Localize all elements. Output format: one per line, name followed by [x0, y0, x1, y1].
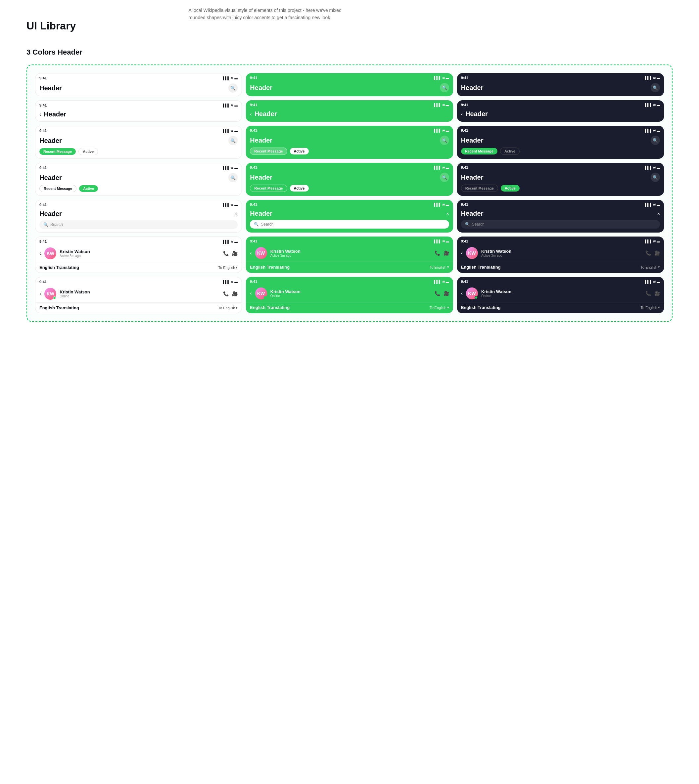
tab-active[interactable]: Active	[79, 185, 98, 192]
tab-recent-message[interactable]: Recent Message	[40, 148, 76, 155]
back-button[interactable]: ‹	[40, 111, 41, 117]
avatar-wrapper: KW	[255, 288, 267, 299]
status-bar: 9:41 ▌▌▌≋▬	[457, 277, 664, 285]
search-bar[interactable]: 🔍 Search	[40, 220, 238, 229]
header-title: Header	[461, 84, 484, 92]
header-title: Header	[461, 137, 484, 144]
time: 9:41	[40, 166, 47, 170]
translate-option[interactable]: To English ▾	[430, 265, 449, 269]
header-title-row: Header ×	[250, 210, 449, 217]
status-bar: 9:41 ▌▌▌≋▬	[457, 163, 664, 171]
search-icon[interactable]: 🔍	[229, 136, 238, 145]
phone-icon[interactable]: 📞	[434, 250, 440, 256]
search-icon[interactable]: 🔍	[440, 83, 449, 92]
search-bar[interactable]: 🔍 Search	[250, 220, 449, 228]
back-button[interactable]: ‹	[250, 250, 252, 256]
phone-icon[interactable]: 📞	[223, 291, 229, 296]
header-area: Header 🔍 Recent Message Active	[35, 171, 242, 195]
translate-option[interactable]: To English ▾	[640, 265, 660, 269]
phone-icon[interactable]: 📞	[434, 291, 440, 296]
header-title-row: Header 🔍	[461, 173, 660, 182]
tab-active[interactable]: Active	[290, 185, 309, 192]
header-title-row: Header 🔍	[40, 173, 238, 182]
status-icons: ▌▌▌≋▬	[434, 280, 449, 283]
tab-recent-message[interactable]: Recent Message	[461, 148, 497, 154]
back-button[interactable]: ‹	[250, 290, 252, 296]
search-icon[interactable]: 🔍	[651, 83, 660, 92]
time: 9:41	[250, 239, 257, 243]
translate-option[interactable]: To English ▾	[430, 305, 449, 309]
header-with-back: ‹ Header	[250, 110, 449, 118]
video-icon[interactable]: 🎥	[654, 250, 660, 256]
header-title-row: Header 🔍	[40, 136, 238, 145]
tab-active[interactable]: Active	[78, 148, 98, 155]
chat-header: ‹ KW Kristin Watson Online 📞 🎥	[35, 285, 242, 303]
search-icon[interactable]: 🔍	[229, 83, 238, 93]
chat-info: Kristin Watson Online	[481, 289, 642, 298]
search-bar[interactable]: 🔍 Search	[461, 220, 660, 228]
tab-recent-message[interactable]: Recent Message	[461, 185, 498, 192]
phone-icon[interactable]: 📞	[223, 251, 229, 256]
tab-recent-message[interactable]: Recent Message	[250, 185, 287, 192]
header-title: Header	[40, 210, 62, 218]
tab-active[interactable]: Active	[290, 148, 309, 154]
video-icon[interactable]: 🎥	[654, 291, 660, 296]
phone-icon[interactable]: 📞	[645, 291, 651, 296]
tabs-row: Recent Message Active	[461, 185, 660, 192]
status-bar: 9:41 ▌▌▌≋▬	[246, 163, 453, 171]
chat-info: Kristin Watson Online	[60, 289, 220, 298]
search-icon[interactable]: 🔍	[651, 136, 660, 145]
search-icon[interactable]: 🔍	[651, 173, 660, 182]
back-button[interactable]: ‹	[250, 111, 252, 117]
phone-icon[interactable]: 📞	[645, 250, 651, 256]
video-icon[interactable]: 🎥	[444, 250, 449, 256]
phone-green-chat-online: 9:41 ▌▌▌≋▬ ‹ KW Kristin Watson Online	[246, 277, 453, 313]
translate-option[interactable]: To English ▾	[219, 265, 238, 270]
header-area: ‹ Header	[457, 108, 664, 121]
tab-recent-message[interactable]: Recent Message	[40, 185, 76, 192]
header-area: Header 🔍 Recent Message Active	[457, 134, 664, 158]
header-title: Header	[250, 210, 272, 217]
back-button[interactable]: ‹	[461, 250, 463, 256]
translate-label: English Translating	[461, 305, 501, 310]
back-button[interactable]: ‹	[40, 250, 41, 256]
tab-active[interactable]: Active	[500, 147, 520, 155]
search-icon[interactable]: 🔍	[440, 136, 449, 145]
time: 9:41	[250, 165, 257, 169]
chat-info: Kristin Watson Active 3m ago	[60, 249, 220, 258]
tab-active[interactable]: Active	[501, 185, 520, 192]
translate-option[interactable]: To English ▾	[219, 306, 238, 310]
video-icon[interactable]: 🎥	[444, 291, 449, 296]
video-icon[interactable]: 🎥	[232, 291, 238, 296]
header-area: ‹ Header	[35, 109, 242, 121]
status-bar: 9:41 ▌▌▌≋▬	[246, 277, 453, 285]
translate-row: English Translating To English ▾	[35, 303, 242, 313]
status-bar: 9:41 ▌▌▌≋▬	[35, 101, 242, 109]
chat-actions: 📞 🎥	[645, 291, 660, 296]
back-button[interactable]: ‹	[461, 290, 463, 296]
back-button[interactable]: ‹	[40, 291, 41, 297]
status-bar: 9:41 ▌▌▌≋▬	[457, 237, 664, 245]
translate-option[interactable]: To English ▾	[640, 305, 660, 309]
phone-light-tabs-v2: 9:41 ▌▌▌≋▬ Header 🔍 Recent Message Activ…	[35, 163, 242, 196]
tab-recent-message[interactable]: Recent Message	[250, 147, 287, 155]
header-area: Header × 🔍 Search	[35, 208, 242, 232]
status-bar: 9:41 ▌▌▌≋▬	[246, 126, 453, 134]
video-icon[interactable]: 🎥	[232, 251, 238, 256]
phone-green-chat-active: 9:41 ▌▌▌≋▬ ‹ KW Kristin Watson Active 3m…	[246, 237, 453, 273]
status-bar: 9:41 ▌▌▌≋▬	[246, 200, 453, 208]
search-icon[interactable]: 🔍	[440, 173, 449, 182]
status-icons: ▌▌▌≋▬	[223, 166, 238, 170]
chat-info: Kristin Watson Active 3m ago	[481, 249, 642, 257]
close-icon[interactable]: ×	[446, 211, 449, 216]
chat-actions: 📞 🎥	[645, 250, 660, 256]
close-icon[interactable]: ×	[657, 211, 660, 216]
back-button[interactable]: ‹	[461, 111, 463, 117]
header-title: Header	[40, 174, 62, 182]
header-title: Header	[40, 84, 62, 92]
search-icon[interactable]: 🔍	[229, 173, 238, 182]
header-title-row: Header 🔍	[461, 136, 660, 145]
search-placeholder: Search	[261, 222, 273, 227]
close-icon[interactable]: ×	[235, 212, 238, 217]
header-area: Header 🔍	[457, 81, 664, 96]
